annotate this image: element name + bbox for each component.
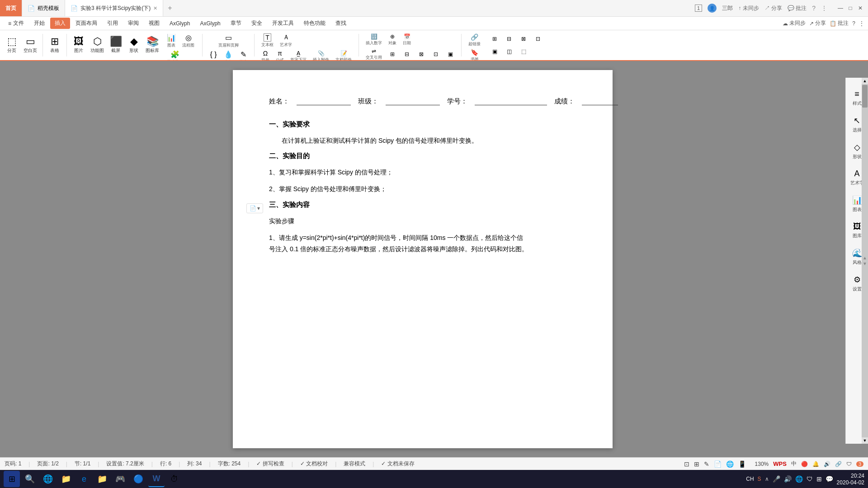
menu-axglyph1[interactable]: AxGlyph <box>165 19 194 28</box>
toolbar-symbol[interactable]: Ω 符号 <box>259 49 272 61</box>
toolbar-icon-lib[interactable]: 📚 图标库 <box>144 32 161 59</box>
restore-button[interactable]: □ <box>847 5 854 11</box>
menu-view[interactable]: 视图 <box>144 18 164 29</box>
document-scroll-area[interactable]: 📄 ▾ 姓名： 班级： 学号： 成绩： 一、实验要求 在计算机上验证和测试科学计… <box>0 61 868 457</box>
close-button[interactable]: ✕ <box>857 5 863 11</box>
taskbar-game[interactable]: 🎮 <box>112 471 128 487</box>
toolbar-blank-page[interactable]: ▭ 空白页 <box>22 32 39 59</box>
menu-review[interactable]: 审阅 <box>123 18 143 29</box>
help-button[interactable]: ? <box>812 5 816 12</box>
expand-down-icon[interactable]: ▼ <box>863 261 867 266</box>
toolbar-mindmap-btn[interactable]: 🧩 思维导图 <box>165 49 185 61</box>
toolbar-hyperlink[interactable]: 🔗 超链接 <box>466 33 483 48</box>
taskbar-clock[interactable]: ⏱ <box>166 471 183 487</box>
view-split-icon[interactable]: ⊞ <box>694 460 699 468</box>
tray-icon1[interactable]: 🔔 <box>812 461 819 467</box>
screen-fit-icon[interactable]: ⊡ <box>684 460 689 468</box>
input-s[interactable]: S <box>758 476 761 482</box>
edit-icon[interactable]: ✎ <box>704 460 709 468</box>
toolbar-art-text[interactable]: Ａ 艺术字 <box>278 33 294 49</box>
menu-insert[interactable]: 插入 <box>50 18 70 29</box>
toolbar-chart-btn[interactable]: 📊 图表 <box>165 33 178 49</box>
help-menu[interactable]: ? <box>852 20 855 27</box>
tray-icon3[interactable]: 🔗 <box>835 461 842 467</box>
floating-context-btn[interactable]: 📄 ▾ <box>246 203 263 213</box>
doc-icon-status[interactable]: 📄 <box>714 460 722 468</box>
toolbar-new-page[interactable]: ⬚ 分页 <box>4 32 20 59</box>
menu-special[interactable]: 特色功能 <box>299 18 330 29</box>
status-not-saved[interactable]: ✓ 文档未保存 <box>381 460 414 468</box>
toolbar-cross-ref[interactable]: ⇌ 交叉引用 <box>363 47 384 61</box>
toolbar-grid5[interactable]: ▣ <box>444 47 457 61</box>
menu-page-layout[interactable]: 页面布局 <box>71 18 102 29</box>
zoom-level[interactable]: 130% <box>750 461 769 467</box>
tray-antivirus[interactable]: 🛡 <box>807 475 813 483</box>
toolbar-insert-number[interactable]: 🔢 插入数字 <box>363 33 384 47</box>
scroll-thumb[interactable] <box>862 85 868 108</box>
tray-notify[interactable]: 💬 <box>826 475 833 483</box>
toolbar-watermark[interactable]: 💧 水印 <box>222 49 235 61</box>
toolbar-r5[interactable]: ▣ <box>488 47 501 56</box>
toolbar-header-footer[interactable]: ▭ 页眉和页脚 <box>207 33 250 49</box>
tray-icon4[interactable]: 🛡 <box>846 461 852 467</box>
toolbar-date[interactable]: 📅 日期 <box>401 33 413 47</box>
id-field[interactable] <box>475 97 547 105</box>
sync-status[interactable]: ↑ 未同步 <box>738 5 759 12</box>
toolbar-table[interactable]: ⊞ 表格 <box>47 32 63 59</box>
more-button[interactable]: ⋮ <box>821 5 827 12</box>
menu-reference[interactable]: 引用 <box>103 18 123 29</box>
comment-button[interactable]: 💬 批注 <box>788 5 807 12</box>
menu-start[interactable]: 开始 <box>29 18 49 29</box>
input-method-cn[interactable]: 中 <box>791 460 797 468</box>
toolbar-textbox[interactable]: T 文本框 <box>259 33 276 49</box>
tab-document-close[interactable]: ✕ <box>153 5 157 11</box>
toolbar-screenshot[interactable]: ⬛ 截屏 <box>108 32 124 59</box>
scroll-down-arrow[interactable]: ▼ <box>862 437 868 444</box>
toolbar-image[interactable]: 🖼 图片 <box>71 32 87 59</box>
toolbar-bookmark[interactable]: 🔖 书签 <box>466 48 483 61</box>
toolbar-page-num[interactable]: { } 页码 <box>207 49 220 61</box>
minimize-button[interactable]: — <box>837 5 844 11</box>
tray-up-arrow[interactable]: ∧ <box>765 476 769 482</box>
toolbar-attachment[interactable]: 📎 插入附件 <box>311 49 331 61</box>
toolbar-doc-parts[interactable]: 📝 文档部件 <box>333 49 354 61</box>
tray-icon2[interactable]: 🔊 <box>824 461 830 467</box>
expand-up-icon[interactable]: ▲ <box>863 255 867 260</box>
search-button[interactable]: 🔍 <box>22 471 38 487</box>
status-compatible[interactable]: 兼容模式 <box>344 460 365 468</box>
tray-mic[interactable]: 🎤 <box>773 475 780 483</box>
sync-status-menu[interactable]: ☁未同步 <box>783 19 806 27</box>
toolbar-formula[interactable]: π 公式 <box>274 49 286 61</box>
tab-home[interactable]: 首页 <box>0 0 22 16</box>
start-button[interactable]: ⊞ <box>4 471 20 487</box>
toolbar-r6[interactable]: ◫ <box>503 47 515 56</box>
status-spell-check[interactable]: ✓ 拼写检查 <box>256 460 284 468</box>
toolbar-grid1[interactable]: ⊞ <box>386 47 399 61</box>
toolbar-func-chart[interactable]: ⬡ 功能图 <box>89 32 106 59</box>
taskbar-chrome[interactable]: 🔵 <box>130 471 146 487</box>
menu-dev-tools[interactable]: 开发工具 <box>268 18 298 29</box>
tab-template[interactable]: 📄 稻壳模板 <box>22 0 65 16</box>
taskbar-edge[interactable]: 🌐 <box>40 471 56 487</box>
score-field[interactable] <box>582 97 618 105</box>
taskbar-ie[interactable]: e <box>76 471 92 487</box>
chat-count[interactable]: 3 <box>856 461 863 467</box>
toolbar-r1[interactable]: ⊞ <box>488 35 501 43</box>
tray-more[interactable]: ⊞ <box>816 475 822 483</box>
system-time[interactable]: 20:24 2020-04-02 <box>837 473 864 486</box>
share-button[interactable]: ↗ 分享 <box>764 5 782 12</box>
menu-file[interactable]: ≡ 文件 <box>4 18 28 29</box>
input-method-icon[interactable]: 🔴 <box>801 461 808 467</box>
toolbar-grid2[interactable]: ⊟ <box>401 47 413 61</box>
more-menu[interactable]: ⋮ <box>859 20 864 27</box>
name-field[interactable] <box>297 97 351 105</box>
taskbar-folder[interactable]: 📁 <box>94 471 110 487</box>
menu-axglyph2[interactable]: AxGlyph <box>195 19 225 28</box>
toolbar-r4[interactable]: ⊡ <box>532 35 544 43</box>
toolbar-grid4[interactable]: ⊡ <box>429 47 442 61</box>
taskbar-file-explorer[interactable]: 📁 <box>58 471 74 487</box>
menu-find[interactable]: 查找 <box>331 18 351 29</box>
web-icon[interactable]: 🌐 <box>726 460 734 468</box>
toolbar-flowchart-btn[interactable]: ◎ 流程图 <box>180 33 197 49</box>
toolbar-r3[interactable]: ⊠ <box>517 35 530 43</box>
